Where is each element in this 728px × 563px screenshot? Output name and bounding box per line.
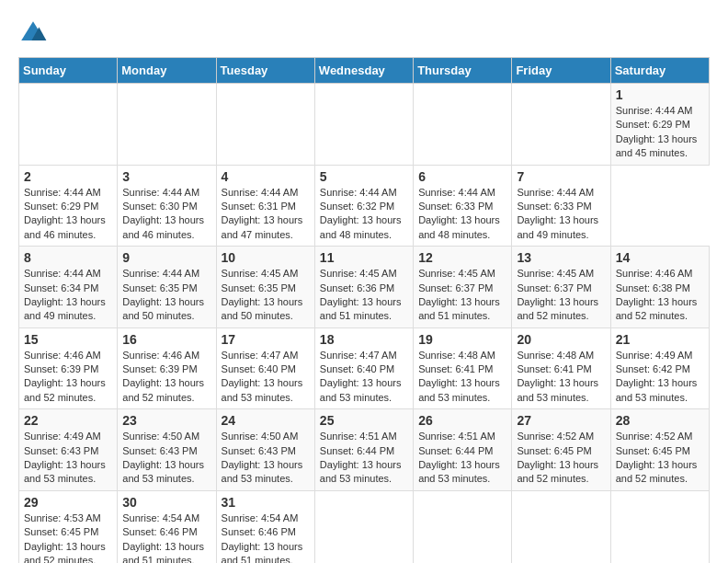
- sunset: Sunset: 6:29 PM: [616, 119, 690, 130]
- day-info: Sunrise: 4:45 AM Sunset: 6:37 PM Dayligh…: [418, 267, 506, 324]
- day-info: Sunrise: 4:49 AM Sunset: 6:43 PM Dayligh…: [24, 430, 112, 487]
- day-number: 19: [418, 332, 506, 347]
- day-cell-11: 11 Sunrise: 4:45 AM Sunset: 6:36 PM Dayl…: [314, 247, 413, 328]
- sunrise: Sunrise: 4:44 AM: [616, 105, 693, 116]
- sunset: Sunset: 6:43 PM: [222, 445, 296, 456]
- empty-cell: [414, 490, 512, 563]
- sunrise: Sunrise: 4:46 AM: [122, 350, 199, 361]
- day-cell-14: 14 Sunrise: 4:46 AM Sunset: 6:38 PM Dayl…: [610, 247, 709, 328]
- daylight: Daylight: 13 hours and 53 minutes.: [320, 459, 402, 484]
- sunrise: Sunrise: 4:44 AM: [24, 187, 101, 198]
- sunset: Sunset: 6:37 PM: [418, 282, 493, 293]
- day-number: 18: [320, 332, 408, 347]
- sunset: Sunset: 6:41 PM: [517, 363, 591, 374]
- day-cell-3: 3 Sunrise: 4:44 AM Sunset: 6:30 PM Dayli…: [118, 165, 216, 247]
- daylight: Daylight: 13 hours and 47 minutes.: [222, 214, 303, 239]
- sunset: Sunset: 6:39 PM: [122, 363, 197, 374]
- daylight: Daylight: 13 hours and 49 minutes.: [24, 296, 106, 321]
- empty-cell: [216, 84, 314, 166]
- day-number: 21: [616, 332, 704, 347]
- day-number: 22: [24, 413, 112, 428]
- day-number: 15: [24, 332, 112, 347]
- week-row-1: 1 Sunrise: 4:44 AM Sunset: 6:29 PM Dayli…: [19, 84, 710, 166]
- day-info: Sunrise: 4:48 AM Sunset: 6:41 PM Dayligh…: [517, 349, 605, 406]
- sunrise: Sunrise: 4:46 AM: [24, 350, 101, 361]
- day-cell-19: 19 Sunrise: 4:48 AM Sunset: 6:41 PM Dayl…: [414, 327, 512, 409]
- daylight: Daylight: 13 hours and 49 minutes.: [517, 214, 598, 239]
- day-info: Sunrise: 4:46 AM Sunset: 6:39 PM Dayligh…: [24, 349, 112, 406]
- day-number: 12: [418, 250, 506, 265]
- daylight: Daylight: 13 hours and 45 minutes.: [616, 133, 698, 158]
- day-info: Sunrise: 4:52 AM Sunset: 6:45 PM Dayligh…: [616, 430, 704, 487]
- day-number: 7: [517, 169, 605, 184]
- empty-cell: [512, 84, 610, 166]
- day-number: 30: [122, 495, 210, 510]
- sunset: Sunset: 6:29 PM: [24, 201, 98, 212]
- day-info: Sunrise: 4:47 AM Sunset: 6:40 PM Dayligh…: [320, 349, 408, 406]
- header-friday: Friday: [512, 58, 610, 84]
- sunrise: Sunrise: 4:45 AM: [222, 268, 299, 279]
- sunrise: Sunrise: 4:48 AM: [517, 350, 594, 361]
- day-number: 6: [418, 169, 506, 184]
- sunset: Sunset: 6:43 PM: [24, 445, 98, 456]
- day-number: 3: [122, 169, 210, 184]
- day-number: 10: [222, 250, 310, 265]
- day-number: 4: [222, 169, 310, 184]
- day-cell-30: 30 Sunrise: 4:54 AM Sunset: 6:46 PM Dayl…: [118, 490, 216, 563]
- week-row-4: 15 Sunrise: 4:46 AM Sunset: 6:39 PM Dayl…: [19, 327, 710, 409]
- day-cell-2: 2 Sunrise: 4:44 AM Sunset: 6:29 PM Dayli…: [19, 165, 118, 247]
- daylight: Daylight: 13 hours and 52 minutes.: [517, 296, 598, 321]
- day-number: 25: [320, 413, 408, 428]
- day-cell-9: 9 Sunrise: 4:44 AM Sunset: 6:35 PM Dayli…: [118, 247, 216, 328]
- sunrise: Sunrise: 4:54 AM: [222, 512, 299, 523]
- day-number: 13: [517, 250, 605, 265]
- empty-cell: [610, 490, 709, 563]
- sunrise: Sunrise: 4:52 AM: [517, 431, 594, 442]
- day-info: Sunrise: 4:50 AM Sunset: 6:43 PM Dayligh…: [122, 430, 210, 487]
- day-cell-22: 22 Sunrise: 4:49 AM Sunset: 6:43 PM Dayl…: [19, 409, 118, 491]
- sunset: Sunset: 6:34 PM: [24, 282, 98, 293]
- daylight: Daylight: 13 hours and 51 minutes.: [222, 541, 303, 563]
- sunset: Sunset: 6:42 PM: [616, 363, 690, 374]
- daylight: Daylight: 13 hours and 53 minutes.: [222, 459, 303, 484]
- header-wednesday: Wednesday: [314, 58, 413, 84]
- day-cell-8: 8 Sunrise: 4:44 AM Sunset: 6:34 PM Dayli…: [19, 247, 118, 328]
- day-number: 2: [24, 169, 112, 184]
- day-info: Sunrise: 4:44 AM Sunset: 6:29 PM Dayligh…: [616, 104, 704, 161]
- sunset: Sunset: 6:46 PM: [222, 526, 296, 537]
- day-cell-24: 24 Sunrise: 4:50 AM Sunset: 6:43 PM Dayl…: [216, 409, 314, 491]
- day-cell-29: 29 Sunrise: 4:53 AM Sunset: 6:45 PM Dayl…: [19, 490, 118, 563]
- sunset: Sunset: 6:44 PM: [418, 445, 493, 456]
- sunset: Sunset: 6:40 PM: [222, 363, 296, 374]
- page-header: [18, 18, 710, 48]
- sunrise: Sunrise: 4:51 AM: [320, 431, 397, 442]
- day-number: 24: [222, 413, 310, 428]
- empty-cell: [512, 490, 610, 563]
- logo-icon: [18, 18, 48, 48]
- sunset: Sunset: 6:45 PM: [616, 445, 690, 456]
- day-number: 5: [320, 169, 408, 184]
- day-info: Sunrise: 4:45 AM Sunset: 6:37 PM Dayligh…: [517, 267, 605, 324]
- day-info: Sunrise: 4:46 AM Sunset: 6:39 PM Dayligh…: [122, 349, 210, 406]
- day-info: Sunrise: 4:46 AM Sunset: 6:38 PM Dayligh…: [616, 267, 704, 324]
- week-row-6: 29 Sunrise: 4:53 AM Sunset: 6:45 PM Dayl…: [19, 490, 710, 563]
- day-cell-25: 25 Sunrise: 4:51 AM Sunset: 6:44 PM Dayl…: [314, 409, 413, 491]
- empty-cell: [314, 490, 413, 563]
- day-number: 17: [222, 332, 310, 347]
- sunset: Sunset: 6:43 PM: [122, 445, 197, 456]
- day-number: 29: [24, 495, 112, 510]
- day-cell-10: 10 Sunrise: 4:45 AM Sunset: 6:35 PM Dayl…: [216, 247, 314, 328]
- empty-cell: [414, 84, 512, 166]
- header-tuesday: Tuesday: [216, 58, 314, 84]
- day-number: 1: [616, 87, 704, 102]
- sunset: Sunset: 6:35 PM: [122, 282, 197, 293]
- day-info: Sunrise: 4:44 AM Sunset: 6:29 PM Dayligh…: [24, 186, 112, 243]
- day-number: 14: [616, 250, 704, 265]
- day-info: Sunrise: 4:52 AM Sunset: 6:45 PM Dayligh…: [517, 430, 605, 487]
- calendar-header: SundayMondayTuesdayWednesdayThursdayFrid…: [19, 58, 710, 84]
- sunset: Sunset: 6:33 PM: [517, 201, 591, 212]
- day-info: Sunrise: 4:44 AM Sunset: 6:30 PM Dayligh…: [122, 186, 210, 243]
- daylight: Daylight: 13 hours and 53 minutes.: [24, 459, 106, 484]
- sunrise: Sunrise: 4:50 AM: [222, 431, 299, 442]
- empty-cell: [118, 84, 216, 166]
